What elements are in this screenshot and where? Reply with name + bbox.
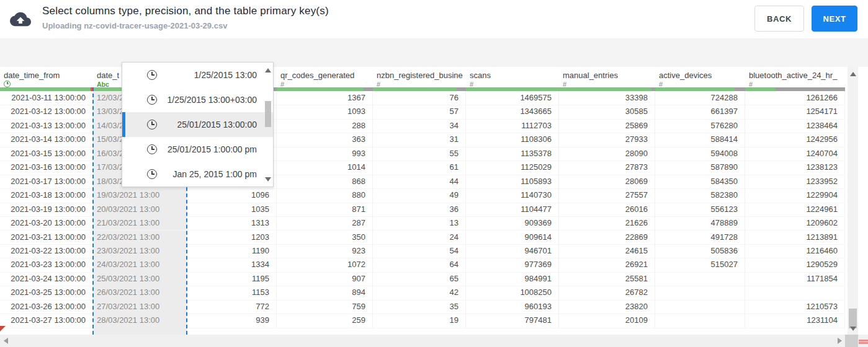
table-cell: 22869 [559,231,655,245]
cloud-upload-icon [10,10,31,31]
clock-icon [147,120,157,130]
scrollbar-corner [845,335,858,347]
format-option[interactable]: Jan 25, 2015 1:00 pm [122,162,273,187]
table-cell: 2021-03-23 13:00:00 [0,258,93,272]
column-header-bluetooth_active_24_hr_[interactable]: bluetooth_active_24_hr_# [745,67,845,87]
vertical-scrollbar[interactable] [848,67,858,335]
table-cell: 25581 [559,272,655,286]
table-cell: 36 [373,203,466,217]
resize-grip-icon[interactable] [859,340,868,345]
table-cell: 20/03/2021 13:00 [93,203,187,217]
back-button[interactable]: BACK [754,6,804,32]
column-header-qr_codes_generated[interactable]: qr_codes_generated# [277,67,373,87]
table-cell: 24 [373,231,466,245]
table-cell: 1035 [187,203,277,217]
table-cell: 25/03/2021 13:00 [93,272,187,286]
table-cell: 20109 [559,314,655,328]
table-cell: 34 [373,119,466,133]
dropdown-scrollbar[interactable] [263,63,273,187]
table-cell: 1238123 [745,160,845,175]
table-cell: 923 [277,244,373,258]
column-header-active_devices[interactable]: active_devices# [655,67,745,87]
table-cell: 1233952 [745,175,845,189]
table-cell: 759 [277,300,373,314]
table-cell: 661397 [655,105,745,119]
scroll-left-arrow-icon[interactable] [4,338,8,344]
table-cell: 1367 [277,91,373,105]
table-cell: 1108306 [466,133,559,147]
selected-column-dashed-border [92,87,94,335]
dropdown-scroll-down-icon[interactable] [265,177,271,182]
scroll-up-arrow-icon[interactable] [850,72,856,76]
table-cell: 2021-03-26 13:00:00 [0,300,93,314]
row-error-marker-icon [0,326,6,332]
table-cell: 35 [373,300,466,314]
table-cell: 576280 [655,119,745,133]
vertical-scrollbar-thumb[interactable] [849,309,857,328]
format-option[interactable]: 1/25/2015 13:00+03:00 [122,87,273,112]
table-cell: 1343665 [466,105,559,119]
column-header-scans[interactable]: scans# [466,67,559,87]
table-cell: 2021-03-12 13:00:00 [0,105,93,119]
dropdown-scroll-up-icon[interactable] [265,68,271,72]
clock-icon [147,169,157,179]
format-option[interactable]: 1/25/2015 13:00 [122,63,273,87]
next-button[interactable]: NEXT [812,6,857,32]
column-header-date_time_from[interactable]: date_time_from [0,67,93,87]
scroll-right-arrow-icon[interactable] [838,338,842,344]
table-cell: 28069 [559,175,655,189]
selected-option-marker [122,112,125,137]
table-cell: 1112703 [466,119,559,133]
column-header-nzbn_registered_busine[interactable]: nzbn_registered_busine# [373,67,466,87]
table-cell: 2021-03-19 13:00:00 [0,203,93,217]
table-cell: 21626 [559,216,655,231]
horizontal-scrollbar[interactable] [0,335,868,347]
table-cell: 1135378 [466,147,559,161]
clock-type-icon [4,81,11,87]
table-cell: 1213891 [745,231,845,245]
table-cell: 1105893 [466,175,559,189]
dropdown-scrollbar-thumb[interactable] [265,101,271,127]
table-cell: 2021-03-14 13:00:00 [0,133,93,147]
table-cell: 288 [277,119,373,133]
table-cell: 21/03/2021 13:00 [93,216,187,231]
table-cell: 909614 [466,231,559,245]
table-cell: 2021-03-24 13:00:00 [0,272,93,286]
table-cell: 33398 [559,91,655,105]
table-cell [655,272,745,286]
upload-wizard-window: Select columns type, precision, and the … [0,0,868,347]
table-cell: 1171854 [745,272,845,286]
scroll-down-arrow-icon[interactable] [850,327,856,331]
table-cell: 909369 [466,216,559,231]
table-cell: 868 [277,175,373,189]
table-cell: 1313 [187,216,277,231]
table-cell: 54 [373,244,466,258]
table-cell: 19/03/2021 13:00 [93,188,187,203]
table-cell: 22/03/2021 13:00 [93,231,187,245]
table-cell: 42 [373,286,466,300]
column-header-manual_entries[interactable]: manual_entries# [559,67,655,87]
table-cell: 1261266 [745,91,845,105]
table-cell: 363 [277,133,373,147]
page-title: Select columns type, precision, and the … [42,5,329,17]
table-cell: 1195 [187,272,277,286]
table-cell: 584350 [655,175,745,189]
table-cell: 1240704 [745,147,845,161]
format-option[interactable]: 25/01/2015 1:00:00 pm [122,137,273,162]
table-cell: 871 [277,203,373,217]
table-cell: 57 [373,105,466,119]
table-cell: 26016 [559,203,655,217]
column-name: qr_codes_generated [280,71,373,80]
table-cell: 1242956 [745,133,845,147]
table-cell: 1209602 [745,216,845,231]
table-cell: 1093 [277,105,373,119]
table-cell: 984991 [466,272,559,286]
table-cell: 27873 [559,160,655,175]
table-cell: 977369 [466,258,559,272]
table-cell: 2021-03-11 13:00:00 [0,91,93,105]
format-option-label: 25/01/2015 1:00:00 pm [157,144,257,154]
clock-icon [147,95,157,105]
table-cell: 2021-03-27 13:00:00 [0,314,93,328]
format-option-selected[interactable]: 25/01/2015 13:00:00 [122,112,273,137]
table-cell: 556123 [655,203,745,217]
